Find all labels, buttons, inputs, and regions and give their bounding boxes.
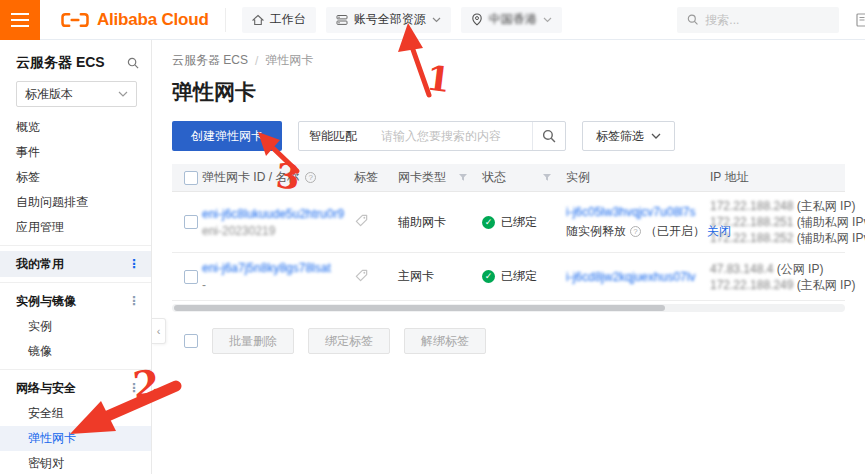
status-bound-icon: ✓ [482,270,495,283]
version-select[interactable]: 标准版本 [16,81,137,107]
ip-label: (辅助私网 IPv4) [797,215,865,229]
sidebar-search-icon[interactable] [127,57,139,69]
workbench-button[interactable]: 工作台 [242,7,316,33]
chevron-down-icon [118,91,128,98]
ip-label: (主私网 IP) [797,278,856,292]
main-content: 云服务器 ECS / 弹性网卡 弹性网卡 创建弹性网卡 智能匹配 [152,40,865,474]
table-header-row: 弹性网卡 ID / 名称 ? 标签 网卡类型 状态 实例 IP [172,164,845,192]
region-label: 中国香港 [489,11,537,28]
sidebar-divider [0,245,151,246]
col-header-tag: 标签 [354,169,378,186]
help-icon[interactable]: ? [305,172,316,183]
sidebar-item-security-groups[interactable]: 安全组 [0,401,151,426]
sidebar-item-key-pairs[interactable]: 密钥对 [0,451,151,474]
breadcrumb-current: 弹性网卡 [265,52,313,69]
sidebar-item-events[interactable]: 事件 [0,140,151,165]
alibaba-cloud-logo[interactable]: Alibaba Cloud [60,10,209,30]
global-search[interactable] [677,7,839,33]
tag-icon[interactable] [354,213,369,228]
instance-id-link[interactable]: i-j6c05lw3hvqjcv7u08l7s [566,205,710,219]
eni-name: eni-20230219 [202,224,354,238]
instance-id-link[interactable]: i-j6cd8jw2kqjuexhus07lv [566,270,710,284]
select-all-checkbox[interactable] [184,171,198,185]
tag-icon[interactable] [354,268,369,283]
region-selector[interactable]: 中国香港 [461,7,562,33]
row-checkbox[interactable] [184,270,198,284]
version-select-value: 标准版本 [25,86,73,103]
info-icon[interactable]: ? [630,226,641,237]
sidebar-divider [0,369,151,370]
resources-grid-icon [336,14,348,26]
sidebar-item-app-management[interactable]: 应用管理 [0,215,151,240]
scrollbar-thumb[interactable] [174,305,665,311]
status-bound-icon: ✓ [482,216,495,229]
sidebar-item-self-diagnosis[interactable]: 自助问题排查 [0,190,151,215]
ip-address: 172.22.188.248 [710,199,793,213]
sidebar-item-instances[interactable]: 实例 [0,314,151,339]
tag-filter-button[interactable]: 标签筛选 [582,121,675,151]
search-mode-select[interactable]: 智能匹配 [299,128,381,145]
tag-filter-label: 标签筛选 [596,128,644,145]
eni-id-link[interactable]: eni-j6a7j5n8ky8gs78lsat [202,261,354,275]
eni-id-link[interactable]: eni-j6c8lukuude5u2htru0r9 [202,207,354,221]
topbar-divider [225,8,226,32]
col-header-id-name: 弹性网卡 ID / 名称 [202,169,299,186]
filter-icon[interactable] [542,173,552,182]
brand-name: Alibaba Cloud [97,10,209,30]
search-submit-button[interactable] [532,122,565,150]
global-search-input[interactable] [705,13,829,27]
breadcrumb-parent[interactable]: 云服务器 ECS [172,52,248,69]
batch-delete-button[interactable]: 批量删除 [212,328,294,354]
sidebar-collapse-handle[interactable]: ‹ [152,318,166,344]
topbar: Alibaba Cloud 工作台 账号全部资源 中国香港 [0,0,865,40]
group-label: 网络与安全 [16,380,76,397]
topbar-edge-icon[interactable] [856,13,865,30]
ip-address: 47.83.148.4 [710,262,773,276]
col-header-type: 网卡类型 [398,169,446,186]
chevron-down-icon [543,17,552,23]
eni-type: 辅助网卡 [398,214,482,231]
sidebar-group-instances-images[interactable]: 实例与镜像 ⋮ [0,288,151,314]
account-resources-label: 账号全部资源 [354,11,426,28]
sidebar-divider [0,282,151,283]
sidebar-item-eni[interactable]: 弹性网卡 [0,426,151,451]
eni-type: 主网卡 [398,268,482,285]
more-options-icon[interactable]: ⋮ [128,294,141,308]
account-resources-selector[interactable]: 账号全部资源 [326,7,451,33]
col-header-ip: IP 地址 [710,169,748,186]
search-icon [542,129,556,143]
sidebar-group-network-security[interactable]: 网络与安全 ⋮ [0,375,151,401]
sidebar-item-images[interactable]: 镜像 [0,339,151,364]
search-icon [687,13,698,26]
hamburger-menu-icon[interactable] [0,0,40,40]
col-header-status: 状态 [482,169,506,186]
create-eni-button[interactable]: 创建弹性网卡 [172,121,282,151]
status-text: 已绑定 [501,214,537,231]
ip-label: (主私网 IP) [797,199,856,213]
breadcrumb-separator: / [255,54,258,68]
ip-label: (辅助私网 IPv4) [797,231,865,245]
row-checkbox[interactable] [184,215,198,229]
bind-tag-button[interactable]: 绑定标签 [308,328,390,354]
release-label: 随实例释放 [566,223,626,240]
more-options-icon[interactable]: ⋮ [128,381,141,395]
ip-label: (公网 IP) [777,262,824,276]
table-search-input[interactable] [381,129,532,143]
eni-name: - [202,278,354,292]
sidebar: 云服务器 ECS 标准版本 概览 事件 标签 自助问题排查 应用管理 我的常用 … [0,40,152,474]
sidebar-item-tags[interactable]: 标签 [0,165,151,190]
table-row: eni-j6a7j5n8ky8gs78lsat - 主网卡 ✓ 已绑定 i-j6… [172,253,845,301]
unbind-tag-button[interactable]: 解绑标签 [404,328,486,354]
sidebar-group-favorites[interactable]: 我的常用 ⋮ [0,251,151,277]
table-row: eni-j6c8lukuude5u2htru0r9 eni-20230219 辅… [172,192,845,253]
breadcrumb: 云服务器 ECS / 弹性网卡 [172,52,845,69]
select-all-checkbox[interactable] [184,334,198,348]
horizontal-scrollbar[interactable] [172,304,845,312]
chevron-down-icon [432,17,441,23]
filter-icon[interactable] [458,173,468,182]
more-options-icon[interactable]: ⋮ [128,257,141,271]
table-search: 智能匹配 [298,121,566,151]
sidebar-item-overview[interactable]: 概览 [0,115,151,140]
ip-address: 172.22.188.252 [710,231,793,245]
ip-address: 172.22.188.251 [710,215,793,229]
